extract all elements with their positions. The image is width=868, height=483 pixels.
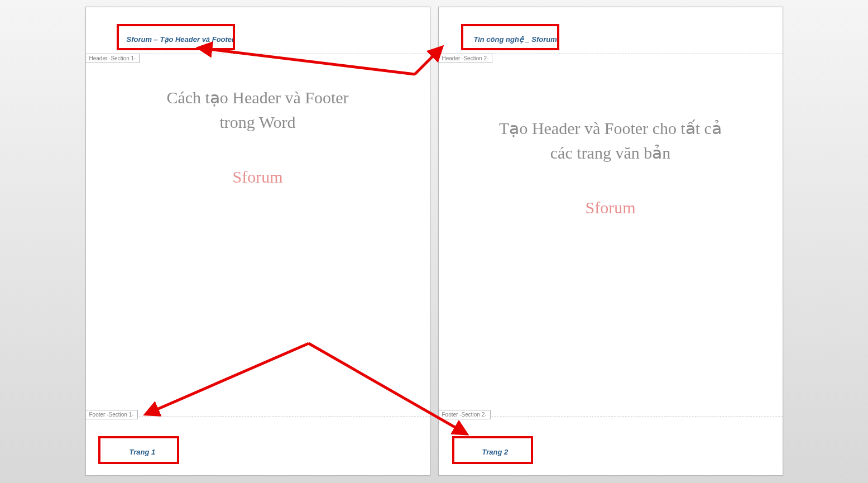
brand-text: Sforum	[108, 168, 407, 186]
footer-section-tag: Footer -Section 1-	[85, 410, 138, 419]
heading-line-1: Cách tạo Header và Footer	[108, 85, 407, 110]
callout-box-header	[461, 24, 559, 50]
page-body: Tạo Header và Footer cho tất cả các tran…	[461, 116, 760, 217]
callout-box-footer	[452, 436, 533, 464]
header-section-tag: Header -Section 2-	[438, 54, 493, 63]
heading-line-2: các trang văn bản	[461, 141, 760, 165]
heading-line-1: Tạo Header và Footer cho tất cả	[461, 116, 760, 141]
heading-line-2: trong Word	[108, 110, 407, 135]
brand-text: Sforum	[461, 198, 760, 217]
callout-box-header	[117, 24, 235, 50]
header-section-tag: Header -Section 1-	[85, 54, 140, 63]
page-1: Sforum – Tạo Header và Footer Header -Se…	[85, 7, 430, 476]
page-2: Tin công nghệ _ Sforum Header -Section 2…	[438, 7, 783, 476]
page-body: Cách tạo Header và Footer trong Word Sfo…	[108, 85, 407, 186]
callout-box-footer	[98, 436, 179, 464]
footer-section-tag: Footer -Section 2-	[438, 410, 491, 419]
